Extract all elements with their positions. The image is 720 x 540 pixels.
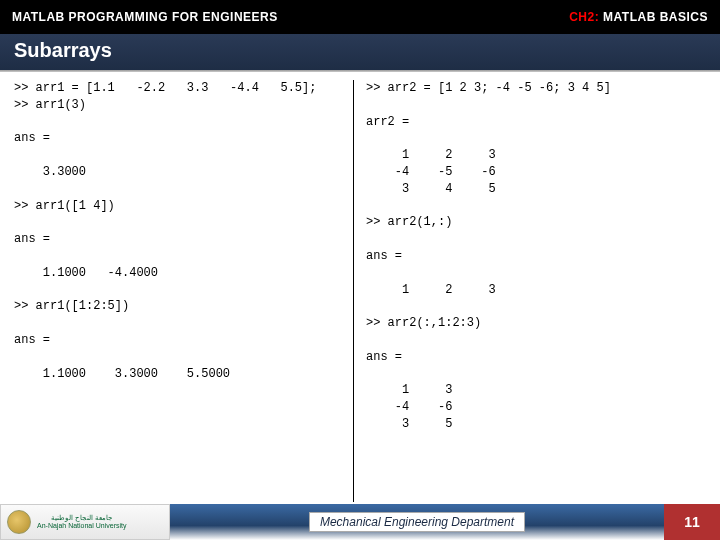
course-title: MATLAB PROGRAMMING FOR ENGINEERS [12,10,278,24]
slide-header: MATLAB PROGRAMMING FOR ENGINEERS CH2: MA… [0,0,720,34]
chapter-title: MATLAB BASICS [599,10,708,24]
chapter-prefix: CH2: [569,10,599,24]
department-banner: Mechanical Engineering Department [170,504,664,540]
content-area: >> arr1 = [1.1 -2.2 3.3 -4.4 5.5]; >> ar… [0,72,720,502]
page-number: 11 [664,504,720,540]
code-column-right: >> arr2 = [1 2 3; -4 -5 -6; 3 4 5] arr2 … [354,80,706,502]
slide-title: Subarrays [0,34,720,70]
university-name-en: An-Najah National University [37,522,126,530]
university-seal-icon [7,510,31,534]
university-logo-box: جامعة النجاح الوطنية An-Najah National U… [0,504,170,540]
chapter-label: CH2: MATLAB BASICS [569,10,708,24]
university-name: جامعة النجاح الوطنية An-Najah National U… [37,514,126,529]
department-label: Mechanical Engineering Department [309,512,525,532]
slide-footer: جامعة النجاح الوطنية An-Najah National U… [0,504,720,540]
university-name-ar: جامعة النجاح الوطنية [37,514,126,522]
code-column-left: >> arr1 = [1.1 -2.2 3.3 -4.4 5.5]; >> ar… [14,80,354,502]
